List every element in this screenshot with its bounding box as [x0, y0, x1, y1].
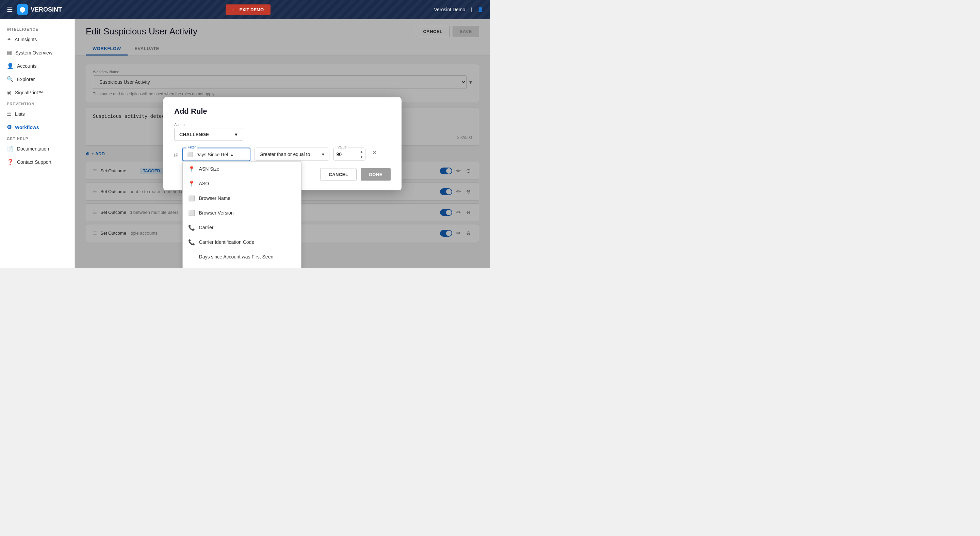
dropdown-item-days-account-first-seen[interactable]: — Days since Account was First Seen	[183, 249, 301, 263]
sidebar-item-label: Workflows	[15, 124, 39, 130]
documentation-icon: 📄	[7, 145, 14, 152]
dropdown-item-label: Days since Account was First Seen	[199, 254, 274, 259]
add-rule-modal: Add Rule Action CHALLENGE ▾ IF Filter ⬜ …	[163, 97, 401, 190]
dropdown-item-carrier-id[interactable]: 📞 Carrier Identification Code	[183, 234, 301, 249]
value-container: Value ▲ ▼	[334, 147, 366, 160]
browser-version-icon: ⬜	[188, 209, 195, 216]
dropdown-item-label: Carrier	[199, 225, 214, 230]
modal-done-button[interactable]: DONE	[361, 168, 391, 180]
chevron-down-icon: ▾	[235, 131, 237, 137]
dropdown-item-label: ASO	[199, 181, 209, 186]
sidebar: INTELLIGENCE ✦ AI Insights ▦ System Over…	[0, 19, 75, 268]
action-select[interactable]: CHALLENGE ▾	[174, 128, 242, 140]
value-increment-button[interactable]: ▲	[358, 149, 366, 154]
sidebar-item-label: Accounts	[17, 63, 37, 69]
value-input[interactable]	[334, 148, 358, 160]
dropdown-item-carrier[interactable]: 📞 Carrier	[183, 220, 301, 234]
action-value: CHALLENGE	[179, 131, 209, 137]
get-help-section-label: GET HELP	[0, 134, 75, 142]
sidebar-item-label: Lists	[15, 112, 25, 117]
sidebar-item-lists[interactable]: ☰ Lists	[0, 107, 75, 121]
dropdown-item-asn-size[interactable]: 📍 ASN Size	[183, 161, 301, 176]
modal-cancel-button[interactable]: CANCEL	[320, 168, 356, 180]
condition-select[interactable]: Greater than or equal to ▾	[255, 147, 329, 160]
action-section: Action CHALLENGE ▾	[174, 122, 391, 140]
carrier-id-icon: 📞	[188, 239, 195, 245]
sidebar-item-label: Documentation	[17, 146, 49, 152]
chevron-up-icon: ▴	[231, 152, 233, 157]
if-label: IF	[174, 147, 178, 157]
filter-label-small: Filter	[186, 145, 197, 149]
filter-checkbox-icon: ⬜	[187, 152, 193, 157]
user-avatar[interactable]: 👤	[477, 7, 483, 12]
explorer-icon: 🔍	[7, 76, 14, 82]
dropdown-item-browser-name[interactable]: ⬜ Browser Name	[183, 191, 301, 205]
condition-value: Greater than or equal to	[259, 151, 310, 156]
sidebar-item-label: AI Insights	[14, 37, 37, 42]
hamburger-menu[interactable]: ☰	[7, 5, 13, 14]
signalprint-icon: ◉	[7, 89, 11, 96]
sidebar-item-ai-insights[interactable]: ✦ AI Insights	[0, 33, 75, 46]
divider: |	[471, 7, 472, 12]
exit-button-label: EXIT DEMO	[240, 7, 264, 12]
accounts-icon: 👤	[7, 63, 14, 69]
system-overview-icon: ▦	[7, 49, 12, 56]
user-name: Verosint Demo	[434, 7, 466, 12]
sidebar-item-label: SignalPrint™	[15, 90, 43, 95]
action-label: Action	[174, 122, 391, 126]
dropdown-item-aso[interactable]: 📍 ASO	[183, 176, 301, 191]
sidebar-item-label: System Overview	[15, 50, 52, 56]
logo-icon	[17, 4, 28, 15]
clear-value-button[interactable]: ✕	[369, 147, 379, 156]
nav-right: Verosint Demo | 👤	[434, 7, 483, 12]
exit-demo-button[interactable]: ← EXIT DEMO	[226, 5, 271, 15]
logo: VEROSINT	[17, 4, 62, 15]
nav-left: ☰ VEROSINT	[7, 4, 62, 15]
dropdown-item-label: Browser Name	[199, 195, 231, 201]
content-area: Edit Suspicious User Activity CANCEL SAV…	[75, 19, 490, 268]
dropdown-item-label: Browser Version	[199, 210, 234, 215]
browser-name-icon: ⬜	[188, 195, 195, 201]
app-name: VEROSINT	[30, 6, 62, 13]
carrier-icon: 📞	[188, 224, 195, 231]
value-decrement-button[interactable]: ▼	[358, 154, 366, 159]
filter-section: IF Filter ⬜ Days Since Rel ▴ 📍 ASN Size	[174, 147, 391, 161]
sidebar-item-label: Contact Support	[17, 160, 51, 165]
dropdown-item-label: Carrier Identification Code	[199, 239, 255, 245]
main-layout: INTELLIGENCE ✦ AI Insights ▦ System Over…	[0, 19, 490, 268]
contact-support-icon: ❓	[7, 159, 14, 165]
filter-dropdown[interactable]: ⬜ Days Since Rel ▴	[182, 147, 250, 161]
sidebar-item-system-overview[interactable]: ▦ System Overview	[0, 46, 75, 59]
dropdown-item-days-domain-registered[interactable]: ✉ Days Since Domain Registered	[183, 263, 301, 268]
sidebar-item-accounts[interactable]: 👤 Accounts	[0, 59, 75, 73]
asn-size-icon: 📍	[188, 166, 195, 172]
dropdown-item-label: ASN Size	[199, 166, 220, 172]
sidebar-item-signalprint[interactable]: ◉ SignalPrint™	[0, 86, 75, 99]
workflows-icon: ⚙	[7, 124, 11, 131]
modal-title: Add Rule	[174, 107, 391, 115]
sidebar-item-contact-support[interactable]: ❓ Contact Support	[0, 155, 75, 169]
condition-chevron-icon: ▾	[322, 151, 324, 156]
prevention-section-label: PREVENTION	[0, 99, 75, 107]
aso-icon: 📍	[188, 180, 195, 187]
sidebar-item-label: Explorer	[17, 77, 35, 82]
days-domain-registered-icon: ✉	[188, 268, 195, 268]
sidebar-item-workflows[interactable]: ⚙ Workflows	[0, 121, 75, 134]
sidebar-item-explorer[interactable]: 🔍 Explorer	[0, 73, 75, 86]
sidebar-item-documentation[interactable]: 📄 Documentation	[0, 142, 75, 155]
value-label-small: Value	[336, 145, 348, 149]
filter-value: Days Since Rel	[196, 152, 228, 157]
days-account-first-seen-icon: —	[188, 254, 195, 260]
lists-icon: ☰	[7, 111, 11, 117]
exit-arrow-icon: ←	[232, 7, 237, 12]
filter-dropdown-list: 📍 ASN Size 📍 ASO ⬜ Browser Name ⬜	[182, 161, 301, 268]
intelligence-section-label: INTELLIGENCE	[0, 24, 75, 33]
top-nav: ☰ VEROSINT ← EXIT DEMO Verosint Demo | 👤	[0, 0, 490, 19]
value-input-row: ▲ ▼	[334, 147, 366, 160]
filter-dropdown-container: Filter ⬜ Days Since Rel ▴ 📍 ASN Size	[182, 147, 250, 161]
dropdown-item-browser-version[interactable]: ⬜ Browser Version	[183, 205, 301, 220]
ai-insights-icon: ✦	[7, 36, 11, 43]
value-spinners: ▲ ▼	[358, 149, 366, 159]
